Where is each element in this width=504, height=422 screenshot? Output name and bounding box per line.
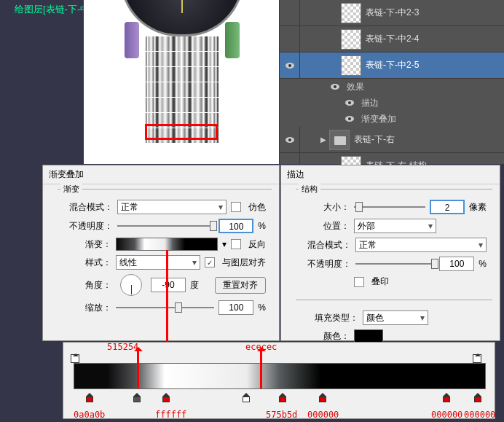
reverse-checkbox[interactable]	[231, 239, 241, 249]
eye-icon	[331, 84, 339, 90]
color-stop[interactable]	[278, 389, 287, 401]
color-stop[interactable]	[473, 389, 482, 401]
blend-mode-select[interactable]: 正常	[355, 238, 487, 252]
color-swatch[interactable]	[354, 329, 383, 343]
opacity-input[interactable]: 100	[218, 219, 253, 233]
opacity-slider[interactable]	[117, 220, 214, 232]
scale-slider[interactable]	[116, 302, 214, 313]
stroke-dialog: 描边 结构 大小： 2 像素 位置： 外部 混合模式： 正常 不透明度： 100…	[280, 165, 500, 341]
layer-effect-stroke[interactable]: 描边	[280, 95, 504, 111]
color-stop[interactable]	[133, 389, 141, 401]
visibility-toggle[interactable]	[280, 0, 300, 26]
group-label: 结构	[299, 184, 320, 195]
visibility-toggle[interactable]	[280, 127, 300, 152]
gradient-preview[interactable]	[116, 238, 218, 251]
overprint-checkbox[interactable]	[354, 277, 364, 287]
opacity-stop[interactable]	[71, 354, 79, 363]
annotation-arrow	[260, 348, 262, 388]
watch-lug-left	[125, 22, 139, 58]
blend-mode-select[interactable]: 正常	[117, 200, 227, 214]
stop-hex-label: 000000	[307, 410, 339, 420]
overprint-label: 叠印	[371, 276, 389, 288]
dialog-title: 描边	[281, 165, 500, 184]
angle-label: 角度：	[69, 279, 111, 292]
layer-name: 表链-下-中2-4	[366, 33, 419, 45]
layer-name: 表链-下-中2-3	[366, 7, 419, 19]
dialog-title: 渐变叠加	[43, 165, 279, 184]
eye-icon	[345, 100, 354, 106]
color-stop[interactable]	[85, 389, 94, 401]
gradient-editor: 515254 ececec 0a0a0b ffffff 575b5d 00000…	[63, 342, 495, 419]
visibility-toggle[interactable]	[280, 26, 300, 52]
color-stop[interactable]	[242, 389, 251, 401]
layer-thumbnail	[341, 29, 361, 50]
position-label: 位置：	[307, 220, 350, 233]
gradient-bar[interactable]	[74, 363, 486, 389]
layer-name: 表链-下-中2-5	[366, 59, 419, 71]
color-stop[interactable]	[442, 389, 451, 401]
dropdown-icon[interactable]: ▾	[222, 239, 227, 249]
scale-input[interactable]: 100	[218, 300, 253, 315]
layer-thumbnail	[341, 55, 361, 76]
stop-hex-label: 000000	[464, 410, 495, 420]
dither-label: 仿色	[248, 201, 266, 214]
layer-row-folder[interactable]: ▶ 表链-下-右	[280, 127, 504, 153]
gradient-overlay-dialog: 渐变叠加 渐变 混合模式： 正常 仿色 不透明度： 100 % 渐变： ▾ 反向…	[42, 165, 280, 341]
stop-hex-label: 575b5d	[266, 410, 297, 420]
blend-mode-label: 混合模式：	[69, 201, 113, 214]
opacity-stop[interactable]	[473, 354, 481, 363]
layers-panel: 表链-下-中2-3 表链-下-中2-4 表链-下-中2-5 效果 描边 渐变叠加…	[280, 0, 504, 164]
color-label: 颜色：	[307, 330, 350, 343]
angle-input[interactable]: -90	[151, 278, 186, 292]
layer-row-selected[interactable]: 表链-下-中2-5	[280, 52, 504, 79]
opacity-slider[interactable]	[355, 258, 435, 270]
scale-label: 缩放：	[69, 302, 111, 314]
canvas-preview	[84, 0, 279, 164]
opacity-input[interactable]: 100	[439, 257, 474, 271]
layer-row[interactable]: 表链-下-中2-3	[280, 0, 504, 26]
align-label: 与图层对齐	[222, 257, 266, 269]
dither-checkbox[interactable]	[231, 202, 241, 212]
stop-hex-label: ffffff	[155, 410, 186, 420]
align-checkbox[interactable]	[205, 257, 215, 267]
layer-row[interactable]: 表链-下-中2-4	[280, 26, 504, 52]
stop-hex-label: 000000	[431, 410, 462, 420]
color-stop[interactable]	[162, 389, 170, 401]
size-label: 大小：	[307, 201, 350, 214]
annotation-arrow	[137, 348, 139, 388]
layer-name: 表链-下-右	[354, 133, 395, 146]
angle-control[interactable]	[120, 274, 142, 296]
position-select[interactable]: 外部	[354, 219, 436, 233]
opacity-label: 不透明度：	[69, 220, 113, 233]
reverse-label: 反向	[248, 238, 266, 251]
size-input[interactable]: 2	[430, 200, 465, 214]
group-label: 渐变	[60, 184, 82, 195]
reset-align-button[interactable]: 重置对齐	[215, 277, 266, 294]
visibility-toggle[interactable]	[280, 52, 300, 78]
gradient-label: 渐变：	[69, 238, 111, 251]
style-select[interactable]: 线性	[116, 255, 200, 270]
stop-hex-label: 0a0a0b	[74, 410, 105, 420]
size-slider[interactable]	[354, 201, 425, 213]
eye-icon	[345, 116, 354, 122]
style-label: 样式：	[69, 257, 111, 269]
layer-effects-header[interactable]: 效果	[280, 79, 504, 95]
highlight-box	[145, 124, 218, 140]
folder-thumbnail	[329, 130, 350, 150]
layer-effect-gradient[interactable]: 渐变叠加	[280, 111, 504, 127]
fill-type-label: 填充类型：	[307, 312, 358, 324]
blend-mode-label: 混合模式：	[307, 239, 351, 251]
watch-lug-right	[225, 22, 240, 58]
color-stop[interactable]	[318, 389, 327, 401]
fill-type-select[interactable]: 颜色	[363, 310, 428, 325]
expand-arrow-icon[interactable]: ▶	[320, 136, 326, 144]
opacity-label: 不透明度：	[307, 258, 351, 270]
layer-thumbnail	[341, 3, 361, 23]
